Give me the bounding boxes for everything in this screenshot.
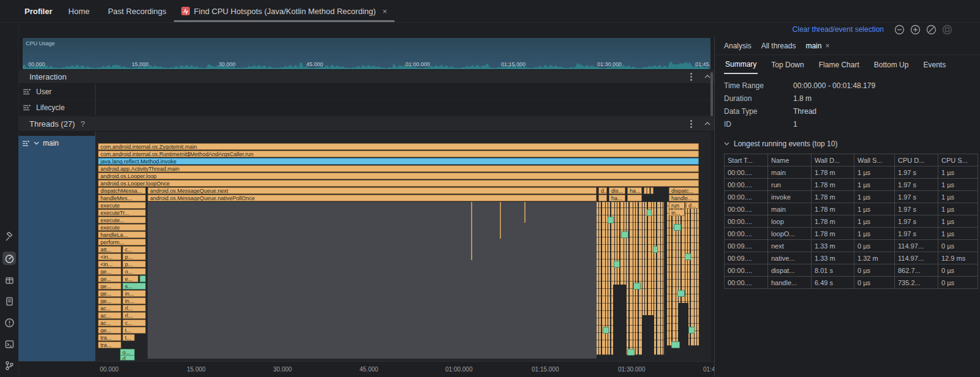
call-bar[interactable]: ge... — [98, 290, 121, 297]
call-bar[interactable] — [647, 209, 652, 216]
build-icon[interactable] — [2, 230, 16, 244]
call-bar[interactable]: <in... — [98, 261, 121, 267]
help-icon[interactable]: ? — [80, 119, 85, 129]
zoom-to-selection-icon[interactable] — [942, 24, 952, 35]
call-bar[interactable]: handle... — [669, 195, 699, 201]
tab-flame-chart[interactable]: Flame Chart — [818, 56, 861, 73]
call-bar[interactable]: com.android.internal.os.ZygoteInit.main — [98, 143, 699, 150]
call-bar[interactable] — [674, 224, 681, 231]
close-icon[interactable]: × — [383, 7, 388, 16]
tab-bottom-up[interactable]: Bottom Up — [873, 56, 910, 73]
call-bar[interactable]: handleMes... — [98, 195, 146, 201]
call-bar[interactable]: d... — [686, 202, 699, 209]
call-bar[interactable]: c... — [123, 246, 146, 253]
column-header[interactable]: CPU D... — [895, 154, 938, 166]
zoom-in-icon[interactable] — [910, 24, 921, 35]
call-bar[interactable]: in... — [123, 290, 146, 297]
call-bar[interactable]: java.lang.reflect.Method.invoke — [98, 158, 699, 165]
call-bar[interactable]: ge... — [98, 268, 121, 275]
call-bar[interactable] — [677, 290, 685, 297]
tab-summary[interactable]: Summary — [724, 56, 758, 74]
profiler-icon[interactable] — [2, 252, 16, 265]
call-bar[interactable]: android.app.ActivityThread.main — [98, 165, 699, 172]
call-bar[interactable] — [627, 349, 635, 356]
call-bar[interactable]: <in... — [98, 253, 121, 260]
terminal-icon[interactable] — [2, 337, 16, 351]
table-row[interactable]: 00:00....loopO...1.78 m1 µs1.97 s1 µs — [725, 228, 978, 240]
table-row[interactable]: 00:00....main1.78 m1 µs1.97 s1 µs — [725, 166, 978, 179]
call-bar[interactable]: ac... — [98, 305, 121, 312]
call-bar[interactable]: t... — [123, 334, 135, 341]
clear-selection-link[interactable]: Clear thread/event selection — [793, 25, 884, 34]
call-bar[interactable]: execute... — [98, 217, 146, 223]
call-bar[interactable]: in... — [669, 209, 685, 216]
call-chart[interactable]: com.android.internal.os.ZygoteInit.mainc… — [95, 132, 711, 361]
scrollbar-thumb[interactable] — [710, 72, 713, 116]
call-bar[interactable]: android.os.MessageQueue.next — [148, 187, 597, 194]
zoom-out-icon[interactable] — [894, 24, 905, 35]
column-header[interactable]: CPU S... — [938, 154, 978, 166]
call-bar[interactable]: tra... — [98, 334, 121, 341]
call-bar[interactable] — [650, 187, 654, 194]
app-quality-insights-icon[interactable] — [2, 273, 16, 286]
table-row[interactable]: 00:00....loop1.78 m1 µs1.97 s1 µs — [725, 215, 978, 228]
call-bar[interactable]: ge... — [98, 327, 121, 334]
call-bar[interactable] — [627, 195, 642, 201]
track-row-user[interactable]: User — [18, 84, 714, 100]
tab-top-down[interactable]: Top Down — [770, 56, 805, 73]
version-control-icon[interactable] — [2, 359, 16, 372]
table-row[interactable]: 00:00....dispat...8.01 s0 µs862.7...0 µs — [725, 264, 978, 277]
call-bar[interactable]: execute — [98, 224, 146, 231]
call-bar[interactable] — [608, 217, 614, 223]
call-bar[interactable]: ge... — [98, 297, 121, 304]
logcat-icon[interactable] — [2, 294, 16, 308]
call-bar[interactable] — [647, 187, 650, 194]
call-bar[interactable]: android.os.MessageQueue.nativePollOnce — [148, 195, 597, 201]
thread-row-main[interactable]: main — [18, 136, 95, 151]
call-bar[interactable]: perform... — [98, 239, 146, 245]
table-row[interactable]: 00:00....invoke1.78 m1 µs1.97 s1 µs — [725, 191, 978, 203]
call-bar[interactable]: ha... — [627, 187, 642, 194]
call-bar[interactable]: ge... — [98, 283, 121, 289]
column-header[interactable]: Wall D... — [812, 154, 854, 166]
call-bar[interactable]: e... — [123, 275, 138, 282]
call-bar[interactable]: d... — [120, 355, 135, 360]
column-header[interactable]: Name — [768, 154, 812, 166]
collapse-chevron-icon[interactable] — [704, 122, 710, 125]
kebab-menu-icon[interactable] — [690, 123, 692, 125]
events-section-header[interactable]: Longest running events (top 10) — [724, 140, 980, 148]
nav-item-past-recordings[interactable]: Past Recordings — [108, 7, 166, 16]
call-bar[interactable]: dispatc... — [669, 187, 699, 194]
call-bar[interactable]: o... — [123, 268, 146, 275]
call-bar[interactable]: rl... — [123, 312, 146, 319]
call-bar[interactable] — [603, 327, 609, 334]
nav-item-home[interactable]: Home — [69, 7, 90, 16]
reset-zoom-icon[interactable] — [926, 24, 937, 35]
call-bar[interactable]: ha... — [609, 195, 625, 201]
call-bar[interactable]: android.os.Looper.loop — [98, 173, 699, 179]
call-bar[interactable]: android.os.Looper.loopOnce — [98, 180, 699, 187]
close-icon[interactable]: × — [825, 42, 829, 50]
analysis-tab-all-threads[interactable]: All threads — [761, 42, 796, 50]
table-row[interactable]: 00:00....main1.78 m1 µs1.97 s1 µs — [725, 203, 978, 215]
table-row[interactable]: 00:00....run1.78 m1 µs1.97 s1 µs — [725, 179, 978, 191]
analysis-tab-main[interactable]: main× — [805, 42, 829, 50]
call-bar[interactable]: att... — [98, 246, 121, 253]
call-bar[interactable]: p... — [123, 253, 146, 260]
problems-icon[interactable] — [2, 316, 16, 329]
column-header[interactable]: Wall S... — [854, 154, 895, 166]
call-bar[interactable]: com.android.internal.os.RuntimeInit$Meth… — [98, 151, 699, 157]
call-bar[interactable]: run — [669, 202, 685, 209]
call-bar[interactable]: executeTr... — [98, 209, 146, 216]
call-bar[interactable] — [653, 246, 658, 253]
call-bar[interactable] — [614, 261, 620, 267]
column-header[interactable]: Start T... — [725, 154, 768, 166]
table-row[interactable]: 00:09....next1.33 m0 µs114.97...0 µs — [725, 240, 978, 252]
collapse-chevron-icon[interactable] — [704, 75, 710, 78]
call-bar[interactable]: d... — [598, 187, 607, 194]
call-bar[interactable] — [598, 195, 607, 201]
table-row[interactable]: 00:00....handle...6.49 s0 µs735.2...0 µs — [725, 277, 978, 289]
call-bar[interactable]: tra... — [98, 342, 121, 348]
call-bar[interactable] — [685, 253, 691, 260]
call-bar[interactable]: s... — [123, 283, 146, 289]
